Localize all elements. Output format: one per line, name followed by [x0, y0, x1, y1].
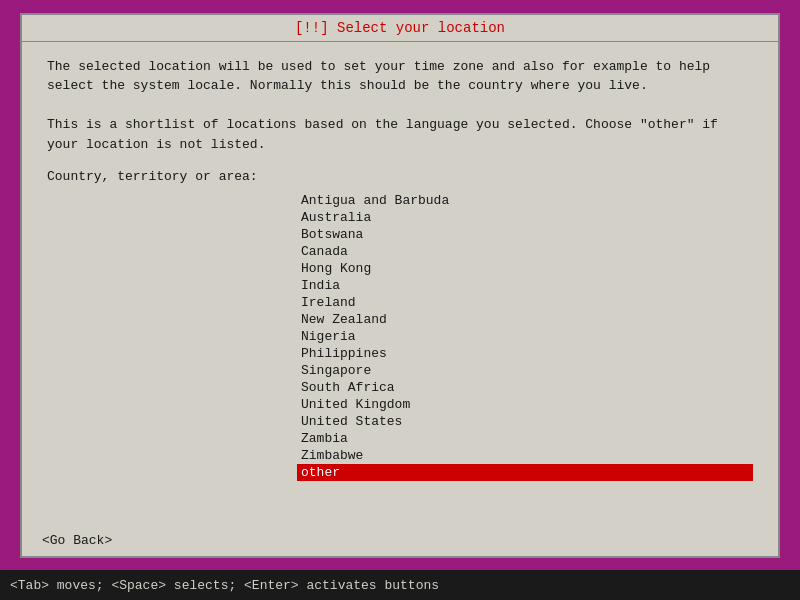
title-bar: [!!] Select your location: [22, 15, 778, 42]
list-label: Country, territory or area:: [47, 169, 753, 184]
list-item[interactable]: Antigua and Barbuda: [297, 192, 753, 209]
status-bar: <Tab> moves; <Space> selects; <Enter> ac…: [0, 570, 800, 600]
list-item[interactable]: Canada: [297, 243, 753, 260]
list-item[interactable]: Philippines: [297, 345, 753, 362]
status-text: <Tab> moves; <Space> selects; <Enter> ac…: [10, 578, 439, 593]
bottom-buttons: <Go Back>: [22, 525, 778, 556]
list-item[interactable]: India: [297, 277, 753, 294]
list-item[interactable]: Botswana: [297, 226, 753, 243]
desc-line2: select the system locale. Normally this …: [47, 78, 648, 93]
list-item[interactable]: United States: [297, 413, 753, 430]
go-back-button[interactable]: <Go Back>: [42, 533, 112, 548]
dialog-title: [!!] Select your location: [295, 20, 505, 36]
list-item[interactable]: New Zealand: [297, 311, 753, 328]
list-item[interactable]: Zambia: [297, 430, 753, 447]
dialog-box: [!!] Select your location The selected l…: [20, 13, 780, 558]
description: The selected location will be used to se…: [47, 57, 753, 155]
list-item[interactable]: Singapore: [297, 362, 753, 379]
desc-line1: The selected location will be used to se…: [47, 59, 710, 74]
list-item[interactable]: Hong Kong: [297, 260, 753, 277]
list-item[interactable]: Nigeria: [297, 328, 753, 345]
main-area: [!!] Select your location The selected l…: [0, 0, 800, 570]
list-item[interactable]: United Kingdom: [297, 396, 753, 413]
location-list[interactable]: Antigua and BarbudaAustraliaBotswanaCana…: [297, 192, 753, 510]
list-item[interactable]: Zimbabwe: [297, 447, 753, 464]
list-item[interactable]: other: [297, 464, 753, 481]
list-item[interactable]: Australia: [297, 209, 753, 226]
desc-line4: This is a shortlist of locations based o…: [47, 117, 718, 132]
desc-line5: your location is not listed.: [47, 137, 265, 152]
list-item[interactable]: Ireland: [297, 294, 753, 311]
list-item[interactable]: South Africa: [297, 379, 753, 396]
content-area: The selected location will be used to se…: [22, 42, 778, 525]
